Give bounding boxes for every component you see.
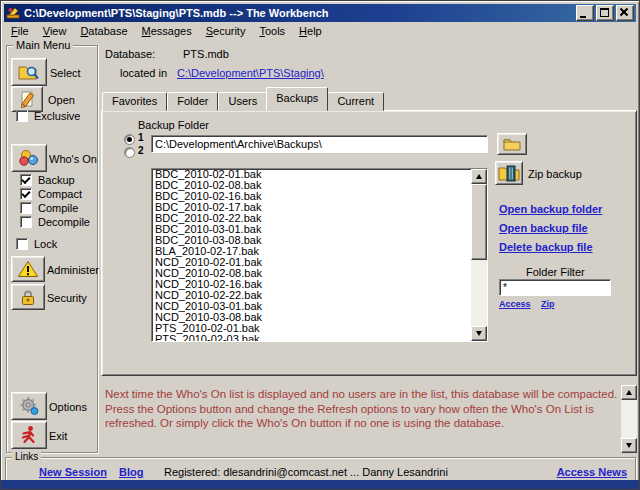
folder-icon <box>503 137 521 151</box>
menu-file[interactable]: File <box>4 24 36 38</box>
folder-filter-label: Folder Filter <box>526 266 585 278</box>
open-backup-file-link[interactable]: Open backup file <box>499 222 588 234</box>
arrow-down-icon <box>476 331 482 336</box>
arrow-down-icon <box>626 443 632 448</box>
backup-file-item[interactable]: PTS_2010-02-03.bak <box>152 334 487 342</box>
message-scrollbar[interactable] <box>621 385 637 453</box>
delete-backup-file-link[interactable]: Delete backup file <box>499 241 593 253</box>
administer-button[interactable] <box>11 256 45 282</box>
options-button[interactable] <box>11 392 47 420</box>
message-scroll-down-button[interactable] <box>621 438 637 453</box>
select-folder-search-icon <box>18 63 40 81</box>
decompile-checkbox[interactable] <box>20 216 32 228</box>
exclusive-checkbox[interactable] <box>16 110 28 122</box>
app-icon <box>6 6 20 20</box>
message-scroll-up-button[interactable] <box>621 385 637 400</box>
links-group: Links New Session Blog Registered: dlesa… <box>5 457 636 481</box>
maximize-button[interactable] <box>596 5 614 21</box>
warning-triangle-icon <box>17 260 39 278</box>
tab-folder[interactable]: Folder <box>167 92 218 111</box>
menu-messages[interactable]: Messages <box>135 24 199 38</box>
backup-folder-label: Backup Folder <box>138 119 209 131</box>
menu-view[interactable]: View <box>36 24 74 38</box>
database-name: PTS.mdb <box>183 48 229 60</box>
arrow-up-icon <box>626 390 632 395</box>
lock-label: Lock <box>34 238 57 250</box>
open-pencil-icon <box>17 90 37 108</box>
backup-folder-path-input[interactable] <box>151 135 488 153</box>
app-window: C:\Development\PTS\Staging\PTS.mdb --> T… <box>0 0 640 490</box>
minimize-button[interactable] <box>576 5 594 21</box>
scrollbar-up-button[interactable] <box>471 169 487 184</box>
located-in-label: located in <box>120 67 167 79</box>
database-path-link[interactable]: C:\Development\PTS\Staging\ <box>177 67 324 79</box>
main-menu-legend: Main Menu <box>13 39 73 51</box>
backup-folder-radio-2[interactable] <box>124 147 135 158</box>
scrollbar-down-button[interactable] <box>471 326 487 341</box>
window-title: C:\Development\PTS\Staging\PTS.mdb --> T… <box>24 7 574 19</box>
select-button[interactable] <box>11 58 47 86</box>
menu-help[interactable]: Help <box>292 24 329 38</box>
browse-folder-button[interactable] <box>497 133 527 155</box>
exclusive-label: Exclusive <box>34 110 80 122</box>
whos-on-users-icon <box>18 149 40 167</box>
main-menu-group: Main Menu Select Open Exclusiv <box>6 45 98 453</box>
compile-checkbox[interactable] <box>20 202 32 214</box>
folder-filter-input[interactable] <box>499 279 611 296</box>
compile-label: Compile <box>38 202 78 214</box>
database-label: Database: <box>105 48 155 60</box>
compact-checkbox[interactable] <box>20 188 32 200</box>
exit-label: Exit <box>49 430 67 442</box>
administer-label: Administer <box>47 264 99 276</box>
padlock-icon <box>19 288 37 306</box>
status-message: Next time the Who's On list is displayed… <box>105 387 619 431</box>
security-label: Security <box>47 292 87 304</box>
menu-tools[interactable]: Tools <box>252 24 292 38</box>
decompile-label: Decompile <box>38 216 90 228</box>
exit-button[interactable] <box>11 421 47 449</box>
menu-bar: File View Database Messages Security Too… <box>4 22 636 39</box>
tab-current[interactable]: Current <box>327 92 384 111</box>
bottom-border-strip <box>1 480 640 489</box>
whos-on-button[interactable] <box>11 144 47 172</box>
menu-security[interactable]: Security <box>199 24 253 38</box>
radio-1-label: 1 <box>138 132 144 143</box>
backups-tab-panel: Backup Folder 1 2 BDC_2010-02-01.bak BDC… <box>101 110 637 376</box>
close-button[interactable] <box>616 5 634 21</box>
select-label: Select <box>50 67 81 79</box>
blog-link[interactable]: Blog <box>119 466 143 478</box>
zip-filter-link[interactable]: Zip <box>541 299 555 309</box>
access-filter-link[interactable]: Access <box>499 299 531 309</box>
arrow-up-icon <box>476 174 482 179</box>
whos-on-label: Who's On <box>49 153 97 165</box>
tab-strip: Favorites Folder Users Backups Current <box>102 90 384 111</box>
zip-folder-icon <box>498 164 520 182</box>
new-session-link[interactable]: New Session <box>39 466 107 478</box>
security-button[interactable] <box>11 284 45 310</box>
title-bar: C:\Development\PTS\Staging\PTS.mdb --> T… <box>4 4 636 22</box>
zip-backup-label: Zip backup <box>528 168 582 180</box>
tab-backups[interactable]: Backups <box>266 87 328 111</box>
tab-users[interactable]: Users <box>218 92 267 111</box>
file-list-scrollbar[interactable] <box>471 169 487 341</box>
zip-backup-button[interactable] <box>495 161 523 185</box>
backup-file-list[interactable]: BDC_2010-02-01.bak BDC_2010-02-08.bak BD… <box>151 168 488 342</box>
registered-text: Registered: dlesandrini@comcast.net ... … <box>164 466 448 478</box>
gear-icon <box>18 396 40 416</box>
scrollbar-thumb[interactable] <box>471 184 487 260</box>
menu-database[interactable]: Database <box>73 24 134 38</box>
open-label: Open <box>48 94 75 106</box>
tab-favorites[interactable]: Favorites <box>102 92 167 111</box>
compact-label: Compact <box>38 188 82 200</box>
access-news-link[interactable]: Access News <box>557 466 627 478</box>
links-legend: Links <box>12 451 41 463</box>
options-label: Options <box>49 401 87 413</box>
exit-runner-icon <box>19 425 39 445</box>
backup-checkbox[interactable] <box>20 174 32 186</box>
backup-folder-radio-1[interactable] <box>124 134 135 145</box>
open-backup-folder-link[interactable]: Open backup folder <box>499 203 602 215</box>
backup-label: Backup <box>38 174 75 186</box>
radio-2-label: 2 <box>138 145 144 156</box>
open-button[interactable] <box>11 86 43 112</box>
lock-checkbox[interactable] <box>16 238 28 250</box>
